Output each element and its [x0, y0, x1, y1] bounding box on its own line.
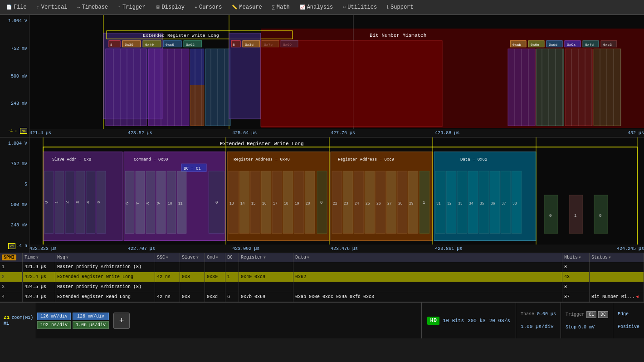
div-value-4: 1.06 µs/div	[73, 321, 109, 329]
waveform-svg-bottom: Extended Register Write Long Slave Addr …	[29, 137, 644, 253]
waveform-canvas-bottom[interactable]: Extended Register Write Long Slave Addr …	[29, 137, 644, 253]
yb-label-4: 248 mV	[2, 223, 27, 228]
svg-text:20: 20	[306, 201, 310, 205]
th-status[interactable]: Status ▼	[590, 253, 644, 262]
trigger-type-dc: DC	[598, 311, 608, 318]
svg-text:34: 34	[469, 201, 473, 205]
svg-text:27: 27	[387, 201, 392, 205]
svg-text:Register Address = 0x40: Register Address = 0x40	[234, 157, 290, 162]
menu-timebase[interactable]: ↔ Timebase	[73, 2, 112, 12]
div-value-2: 126 mV/div	[73, 313, 109, 320]
time-label-t3: 425.64 µs	[232, 131, 257, 136]
svg-text:29: 29	[409, 201, 414, 205]
svg-text:Extended Register Write Long: Extended Register Write Long	[220, 141, 304, 147]
bits-value: 10 Bits	[443, 318, 464, 323]
svg-text:1: 1	[54, 201, 59, 204]
zoom-id: Z1	[4, 315, 10, 320]
th-bc[interactable]: BC	[225, 253, 239, 262]
zoom-value: zoom(M1)	[11, 315, 33, 320]
time-per-div: 1.00 µs/div	[521, 324, 556, 329]
timebase-icon: ↔	[77, 5, 80, 10]
y-label-2: 752 mV	[2, 46, 27, 51]
waveform-svg-top: Extended Register Write Long 8 0x30 0x40…	[29, 15, 644, 137]
trigger-polarity: Positive	[618, 324, 639, 329]
time-label-t4: 427.76 µs	[331, 131, 355, 136]
svg-text:BC = 01: BC = 01	[184, 166, 201, 171]
svg-text:0: 0	[215, 200, 218, 205]
th-msg[interactable]: Msq ▼	[55, 253, 155, 262]
waveform-canvas-top[interactable]: Extended Register Write Long 8 0x30 0x40…	[29, 15, 644, 137]
svg-rect-48	[261, 41, 442, 127]
menu-cursors[interactable]: ✦ Cursors	[190, 2, 226, 12]
svg-text:1: 1	[574, 213, 577, 218]
svg-text:0: 0	[549, 213, 551, 218]
th-ssc[interactable]: SSC ▼	[155, 253, 180, 262]
table-row[interactable]: 4 424.9 µs Extended Register Read Long 4…	[0, 292, 644, 302]
svg-text:Extended Register Write Long: Extended Register Write Long	[143, 33, 219, 38]
ks-status: 200 kS	[468, 318, 486, 323]
div-value-1: 126 mV/div	[37, 313, 71, 320]
svg-text:3: 3	[75, 201, 80, 204]
gs-status: 20 GS/s	[489, 318, 510, 323]
table-header: SPMI Time ▼ Msq ▼ SSC ▼ Slave ▼ Cmd ▼ BC…	[0, 253, 644, 262]
th-register[interactable]: Register ▼	[239, 253, 293, 262]
m1-label: M1	[4, 321, 32, 326]
svg-text:0: 0	[599, 213, 601, 218]
svg-text:0x3d: 0x3d	[245, 43, 254, 47]
time-label-t1: 421.4 µs	[29, 131, 51, 136]
waveform-bottom: 1.004 V 752 mV S 500 mV 248 mV Z1 -4 n E…	[0, 137, 644, 253]
svg-rect-62	[537, 49, 564, 126]
svg-text:14: 14	[240, 201, 245, 205]
svg-text:16: 16	[262, 201, 267, 205]
svg-text:Bit Number Mismatch: Bit Number Mismatch	[370, 33, 426, 38]
trigger-label: Trigger	[566, 312, 585, 317]
menu-analysis[interactable]: 📈 Analysis	[295, 2, 338, 12]
svg-text:9: 9	[156, 202, 161, 205]
y-label-1: 1.004 V	[2, 19, 27, 24]
math-icon: ∑	[272, 5, 275, 10]
svg-text:4: 4	[86, 201, 91, 204]
menu-display[interactable]: 🖥 Display	[151, 2, 189, 12]
th-slave[interactable]: Slave ▼	[180, 253, 205, 262]
table-row[interactable]: 3 424.5 µs Master priority Arbitration (…	[0, 282, 644, 292]
th-time[interactable]: Time ▼	[23, 253, 55, 262]
svg-text:17: 17	[273, 201, 278, 205]
svg-text:18: 18	[284, 201, 288, 205]
menu-measure[interactable]: 📏 Measure	[227, 2, 266, 12]
menu-trigger[interactable]: ↑ Trigger	[113, 2, 150, 12]
svg-rect-19	[148, 49, 189, 126]
svg-text:8: 8	[233, 43, 235, 47]
table-row[interactable]: 1 421.9 µs Master priority Arbitration (…	[0, 262, 644, 272]
table-row[interactable]: 2 422.4 µs Extended Register Write Long …	[0, 272, 644, 282]
th-cmd[interactable]: Cmd ▼	[205, 253, 225, 262]
trigger-edge: Edge	[618, 312, 639, 317]
time-label-b4: 423.476 µs	[331, 246, 358, 251]
svg-text:23: 23	[344, 201, 348, 205]
menu-support[interactable]: ℹ Support	[382, 2, 418, 12]
analysis-icon: 📈	[300, 5, 305, 10]
menu-utilities[interactable]: ✂ Utilities	[338, 2, 381, 12]
data-table: SPMI Time ▼ Msq ▼ SSC ▼ Slave ▼ Cmd ▼ BC…	[0, 253, 644, 302]
add-channel-button[interactable]: +	[113, 313, 130, 329]
th-data[interactable]: Data ▼	[293, 253, 562, 262]
svg-rect-18	[106, 49, 146, 126]
menu-math[interactable]: ∑ Math	[268, 2, 294, 12]
th-nbits[interactable]: Nbits ▼	[562, 253, 590, 262]
svg-text:38: 38	[512, 201, 517, 205]
svg-rect-20	[190, 49, 204, 85]
menu-vertical[interactable]: ↕ Vertical	[32, 2, 72, 12]
svg-text:24: 24	[355, 201, 359, 205]
hd-status: HD	[427, 317, 439, 325]
div-value-3: 192 ns/div	[37, 321, 71, 329]
svg-text:10: 10	[168, 201, 172, 205]
svg-text:13: 13	[229, 201, 234, 205]
svg-text:0x9a: 0x9a	[567, 43, 576, 47]
yb-label-3: 500 mV	[2, 202, 27, 207]
svg-text:28: 28	[398, 201, 403, 205]
y-axis-top: 1.004 V 752 mV 500 mV 248 mV -4 r M1	[0, 15, 29, 137]
svg-text:2: 2	[65, 201, 70, 204]
svg-text:0: 0	[320, 200, 322, 205]
menu-file[interactable]: 📄 File	[2, 2, 31, 12]
cursors-icon: ✦	[195, 5, 197, 10]
file-icon: 📄	[6, 5, 12, 10]
